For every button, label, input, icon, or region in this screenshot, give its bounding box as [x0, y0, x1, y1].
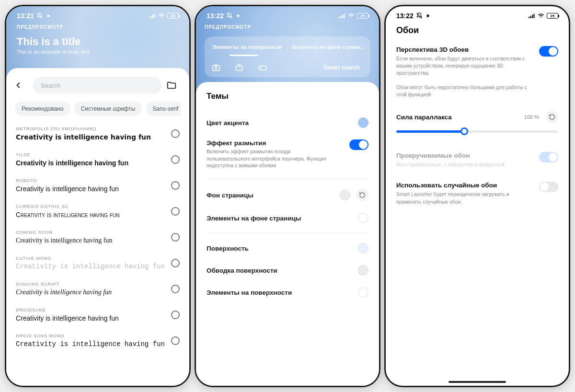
preview-label: ПРЕДПРОСМОТР	[205, 24, 370, 30]
smart-search-label[interactable]: Smart search	[323, 64, 364, 71]
home-indicator[interactable]	[448, 381, 506, 383]
svg-rect-9	[344, 14, 345, 18]
random-label: Использовать случайные обои	[396, 182, 530, 189]
parallax-reset-button[interactable]	[546, 111, 558, 123]
font-list[interactable]: METROPOLIS (ПО УМОЛЧАНИЮ)Creativity is i…	[15, 122, 181, 355]
font-row[interactable]: METROPOLIS (ПО УМОЛЧАНИЮ)Creativity is i…	[15, 122, 181, 148]
font-radio[interactable]	[171, 259, 180, 267]
chip-system[interactable]: Системные шрифты	[74, 102, 142, 116]
row-3d-perspective[interactable]: Перспектива 3D обоев Если включено, обои…	[396, 46, 558, 98]
font-name: ROBOTO	[16, 178, 119, 183]
font-row[interactable]: ROBOTOCreativity is intelligence having …	[15, 173, 181, 199]
search-input[interactable]: Search	[33, 77, 161, 94]
row-scrollable-wallpaper: Прокручиваемые обои Фон горизонтально, с…	[396, 152, 558, 168]
battery-icon: 25	[167, 13, 179, 19]
font-sample: Creativity is intelligence having fun	[16, 185, 119, 193]
perspective-label: Перспектива 3D обоев	[396, 46, 530, 53]
accent-label: Цвет акцента	[207, 119, 249, 127]
tab-page-elements[interactable]: Элементы на фоне страни...	[288, 40, 368, 54]
scroll-toggle	[539, 152, 558, 162]
font-sample: Creativity is intelligence having fun	[16, 237, 112, 244]
folder-button[interactable]	[166, 80, 181, 91]
svg-rect-6	[339, 17, 340, 18]
svg-rect-8	[342, 15, 343, 18]
wifi-icon	[348, 12, 355, 19]
page-bg-label: Фон страницы	[207, 192, 253, 199]
surface-els-label: Элементы на поверхности	[207, 289, 292, 296]
row-page-bg[interactable]: Фон страницы	[207, 183, 368, 207]
preview-title: This is a title	[17, 35, 179, 48]
svg-rect-4	[154, 14, 155, 18]
font-row[interactable]: COMING SOONCreativity is intelligence ha…	[15, 225, 181, 251]
font-radio[interactable]	[171, 336, 180, 345]
camera-icon[interactable]	[211, 63, 221, 72]
font-radio[interactable]	[171, 233, 180, 242]
random-desc: Smart Launcher будет периодически загруж…	[396, 191, 530, 205]
back-button[interactable]	[15, 81, 28, 89]
gamepad-icon[interactable]	[257, 63, 268, 72]
dnd-icon	[416, 12, 423, 19]
font-row[interactable]: DROIDSANSCreativity is intelligence havi…	[15, 303, 181, 329]
row-accent-color[interactable]: Цвет акцента	[207, 112, 368, 134]
row-random-wallpaper[interactable]: Использовать случайные обои Smart Launch…	[396, 182, 558, 205]
preview-card: Элементы на поверхности Элементы на фоне…	[205, 36, 370, 77]
perspective-toggle[interactable]	[539, 46, 558, 57]
tab-surface-elements[interactable]: Элементы на поверхности	[207, 40, 287, 54]
font-radio[interactable]	[171, 285, 180, 293]
parallax-slider[interactable]	[396, 127, 558, 136]
surface-stroke-label: Обводка поверхности	[207, 267, 277, 274]
font-row[interactable]: CUTIVE MONOCreativity is intelligence ha…	[15, 251, 181, 277]
preview-body: This is an example of body text	[17, 49, 179, 55]
surface-els-swatch	[358, 287, 368, 298]
parallax-label: Сила параллакса	[396, 114, 452, 121]
random-toggle[interactable]	[539, 182, 558, 192]
status-bar: 13:22 25	[196, 6, 379, 22]
font-name: DANCING SCRIPT	[16, 282, 112, 287]
row-page-elements[interactable]: Элементы на фоне страницы	[207, 207, 368, 233]
signal-icon	[339, 12, 345, 19]
font-name: DROID SANS MONO	[16, 334, 165, 338]
font-radio[interactable]	[171, 129, 180, 138]
chip-sans[interactable]: Sans-serif	[146, 102, 181, 116]
font-radio[interactable]	[171, 181, 180, 190]
font-row[interactable]: DANCING SCRIPTCreativity is intelligence…	[15, 277, 181, 303]
signal-icon	[529, 12, 535, 19]
font-row[interactable]: CARROIS GOTHIC SCCreativity is intellige…	[15, 199, 181, 225]
battery-icon: 25	[547, 13, 558, 19]
search-placeholder: Search	[41, 82, 60, 89]
svg-rect-2	[151, 16, 152, 18]
svg-rect-12	[236, 66, 242, 70]
font-sample: Creativity is intelligence having fun	[16, 159, 128, 167]
row-surface[interactable]: Поверхность	[207, 237, 368, 259]
parallax-value: 100 %	[524, 114, 539, 120]
font-name: COMING SOON	[16, 230, 112, 235]
row-surface-elements[interactable]: Элементы на поверхности	[207, 281, 368, 303]
font-radio[interactable]	[171, 311, 180, 319]
row-blur[interactable]: Эффект размытия Включить эффект размытия…	[207, 134, 368, 179]
row-surface-stroke[interactable]: Обводка поверхности	[207, 259, 368, 281]
font-sample: Creativity is intelligence having fun	[16, 133, 151, 141]
font-sheet: Search Рекомендовано Системные шрифты Sa…	[6, 68, 189, 386]
filter-chips: Рекомендовано Системные шрифты Sans-seri…	[15, 102, 181, 116]
page-title: Обои	[396, 25, 558, 35]
font-row[interactable]: TILDECreativity is intelligence having f…	[15, 148, 181, 173]
themes-heading: Темы	[207, 92, 368, 101]
dnd-icon	[36, 12, 43, 19]
font-name: CARROIS GOTHIC SC	[16, 204, 119, 209]
svg-rect-18	[534, 14, 535, 18]
reset-button[interactable]	[356, 189, 368, 201]
chip-recommended[interactable]: Рекомендовано	[15, 102, 70, 116]
scroll-desc: Фон горизонтально, с поворотом и прокрут…	[396, 161, 506, 168]
play-icon	[235, 12, 242, 19]
svg-rect-3	[152, 15, 153, 18]
phone-themes: 13:22 25 ПРЕДПРОСМОТР Элементы на поверх…	[195, 5, 380, 387]
font-row[interactable]: DROID SANS MONOCreativity is intelligenc…	[15, 329, 181, 355]
blur-toggle[interactable]	[349, 139, 368, 150]
play-icon	[425, 12, 432, 19]
briefcase-icon[interactable]	[234, 63, 244, 72]
font-sample: Creativity is intelligence having fun	[16, 288, 112, 296]
page-els-label: Элементы на фоне страницы	[207, 215, 301, 222]
font-radio[interactable]	[171, 207, 180, 216]
font-radio[interactable]	[171, 155, 180, 164]
themes-sheet: Темы Цвет акцента Эффект размытия Включи…	[196, 82, 379, 386]
